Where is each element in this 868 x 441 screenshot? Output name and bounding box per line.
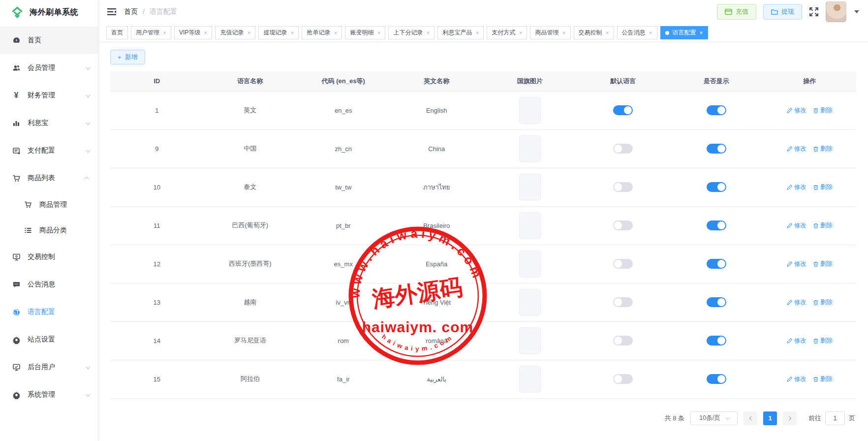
- default-language-toggle[interactable]: [613, 259, 633, 269]
- edit-link[interactable]: 修改: [787, 337, 806, 345]
- breadcrumb-home[interactable]: 首页: [124, 7, 138, 16]
- visible-toggle[interactable]: [707, 374, 726, 384]
- trash-icon: [813, 185, 818, 190]
- flag-image-placeholder: [519, 135, 541, 162]
- sidebar-item-trade-control[interactable]: 交易控制: [0, 243, 98, 271]
- tab-recharge-records[interactable]: 充值记录×: [215, 26, 255, 39]
- close-icon[interactable]: ×: [334, 30, 337, 36]
- visible-toggle[interactable]: [707, 182, 726, 192]
- close-icon[interactable]: ×: [377, 30, 380, 36]
- delete-link[interactable]: 删除: [813, 221, 833, 230]
- sidebar-item-site-settings[interactable]: 站点设置: [0, 326, 98, 353]
- edit-link[interactable]: 修改: [787, 298, 806, 307]
- visible-toggle[interactable]: [707, 297, 726, 307]
- sidebar-item-finance[interactable]: ¥ 财务管理: [0, 82, 98, 109]
- sidebar-item-language-config[interactable]: 语言配置: [0, 298, 98, 326]
- tab-product-manage[interactable]: 商品管理×: [530, 26, 570, 39]
- prev-page-button[interactable]: [744, 411, 757, 425]
- default-language-toggle[interactable]: [613, 182, 633, 192]
- close-icon[interactable]: ×: [562, 30, 565, 36]
- recharge-button[interactable]: 充值: [717, 4, 756, 20]
- tab-payment-methods[interactable]: 支付方式×: [487, 26, 527, 39]
- sidebar-item-announcements[interactable]: 公告消息: [0, 271, 98, 298]
- sidebar-item-system-manage[interactable]: 系统管理: [0, 381, 98, 409]
- table-row: 9 中国 zh_cn China 修改删除: [110, 129, 856, 168]
- edit-link[interactable]: 修改: [787, 260, 806, 268]
- tab-interest-products[interactable]: 利息宝产品×: [437, 26, 484, 39]
- tab-announcements[interactable]: 公告消息×: [617, 26, 657, 39]
- close-icon[interactable]: ×: [290, 30, 294, 36]
- sidebar-item-product-manage[interactable]: 商品管理: [0, 192, 98, 218]
- page-number-button[interactable]: 1: [763, 411, 777, 425]
- tab-updown-records[interactable]: 上下分记录×: [388, 26, 434, 39]
- tab-user-manage[interactable]: 用户管理×: [131, 26, 171, 39]
- close-icon[interactable]: ×: [649, 30, 652, 36]
- visible-toggle[interactable]: [707, 220, 726, 230]
- cell-name: 泰文: [204, 168, 297, 206]
- chevron-down-icon: [86, 65, 91, 70]
- tab-withdraw-records[interactable]: 提现记录×: [258, 26, 299, 39]
- add-button[interactable]: + 新增: [110, 50, 145, 64]
- close-icon[interactable]: ×: [700, 30, 703, 36]
- fullscreen-icon[interactable]: [809, 7, 819, 17]
- sidebar-item-payment-config[interactable]: 支付配置: [0, 137, 98, 164]
- goto-label: 前往: [808, 414, 821, 423]
- sidebar-item-members[interactable]: 会员管理: [0, 54, 98, 82]
- default-language-toggle[interactable]: [613, 220, 633, 230]
- close-icon[interactable]: ×: [606, 30, 609, 36]
- edit-link[interactable]: 修改: [787, 221, 806, 230]
- delete-link[interactable]: 删除: [813, 260, 833, 268]
- close-icon[interactable]: ×: [163, 30, 166, 36]
- visible-toggle[interactable]: [707, 336, 726, 346]
- delete-link[interactable]: 删除: [813, 106, 833, 115]
- cell-name: 罗马尼亚语: [204, 321, 297, 360]
- tab-vip-level[interactable]: VIP等级×: [174, 26, 212, 39]
- language-table: ID 语言名称 代码 (en_es等) 英文名称 国旗图片 默认语言 是否显示 …: [110, 71, 856, 399]
- tab-order-records[interactable]: 抢单记录×: [302, 26, 342, 39]
- menu-fold-icon[interactable]: [107, 8, 116, 16]
- avatar-dropdown-caret[interactable]: [854, 10, 859, 13]
- edit-link[interactable]: 修改: [787, 183, 806, 191]
- visible-toggle[interactable]: [707, 144, 726, 154]
- close-icon[interactable]: ×: [475, 30, 479, 36]
- col-language-name: 语言名称: [204, 71, 297, 91]
- sidebar-item-product-category[interactable]: 商品分类: [0, 218, 98, 243]
- cell-id: 9: [110, 129, 204, 168]
- tab-home[interactable]: 首页: [106, 26, 128, 39]
- delete-link[interactable]: 删除: [813, 375, 833, 383]
- delete-link[interactable]: 删除: [813, 337, 833, 345]
- default-language-toggle[interactable]: [613, 144, 633, 154]
- default-language-toggle[interactable]: [613, 105, 633, 115]
- close-icon[interactable]: ×: [247, 30, 250, 36]
- visible-toggle[interactable]: [707, 105, 726, 115]
- sidebar-item-interest[interactable]: 利息宝: [0, 109, 98, 137]
- next-page-button[interactable]: [783, 411, 797, 425]
- default-language-toggle[interactable]: [613, 336, 633, 346]
- default-language-toggle[interactable]: [613, 297, 633, 307]
- close-icon[interactable]: ×: [519, 30, 522, 36]
- edit-link[interactable]: 修改: [787, 106, 806, 115]
- sidebar-item-admin-users[interactable]: 后台用户: [0, 353, 98, 381]
- visible-toggle[interactable]: [707, 259, 726, 269]
- default-language-toggle[interactable]: [613, 374, 633, 384]
- sidebar-item-product-list[interactable]: 商品列表: [0, 164, 98, 192]
- user-avatar[interactable]: [826, 1, 846, 22]
- edit-link[interactable]: 修改: [787, 145, 806, 153]
- tab-balance-details[interactable]: 账变明细×: [345, 26, 385, 39]
- users-icon: [12, 63, 21, 72]
- topbar-right-group: 充值 提现: [717, 1, 859, 22]
- close-icon[interactable]: ×: [204, 30, 207, 36]
- edit-link[interactable]: 修改: [787, 375, 806, 383]
- page-size-select[interactable]: 10条/页: [690, 411, 738, 425]
- tab-label: 账变明细: [350, 29, 373, 37]
- delete-link[interactable]: 删除: [813, 298, 833, 307]
- sidebar-item-home[interactable]: 首页: [0, 27, 98, 54]
- goto-page-input[interactable]: [825, 411, 845, 425]
- withdraw-button[interactable]: 提现: [763, 4, 802, 20]
- tab-language-config[interactable]: 语言配置×: [660, 26, 708, 39]
- tab-trade-control[interactable]: 交易控制×: [574, 26, 614, 39]
- close-icon[interactable]: ×: [426, 30, 430, 36]
- cell-code: pt_br: [297, 206, 390, 245]
- delete-link[interactable]: 删除: [813, 183, 833, 191]
- delete-link[interactable]: 删除: [813, 145, 833, 153]
